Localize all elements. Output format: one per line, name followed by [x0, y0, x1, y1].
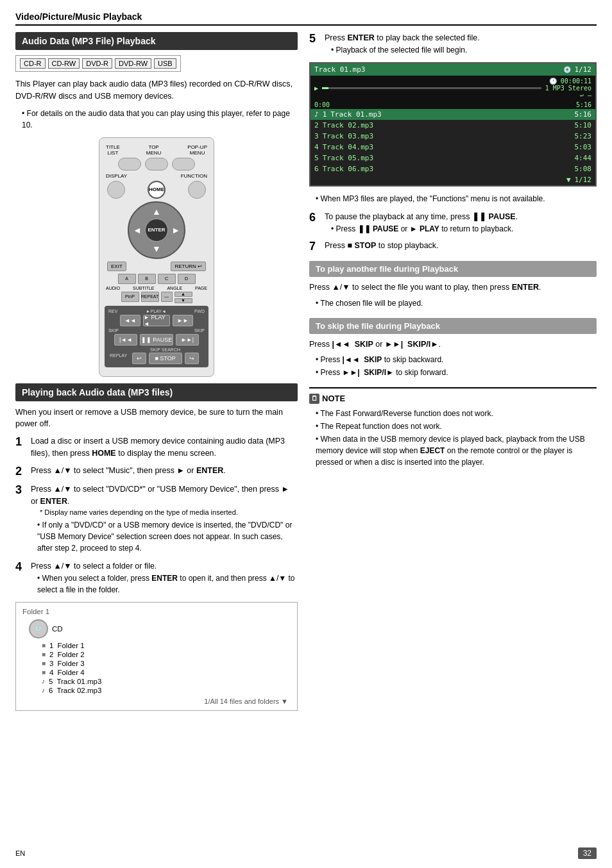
folder-item-3-name: Folder 3 [57, 660, 84, 667]
step-7: 7 Press ■ STOP to stop playback. [309, 240, 597, 254]
folder-item-1-num: 1 [49, 642, 53, 649]
note-item-3: When data in the USB memory device is pl… [316, 433, 597, 468]
remote-label-page: PAGE [195, 286, 207, 290]
screen-track-play-icon: ♪ [314, 110, 319, 119]
remote-left-btn[interactable]: ◄ [133, 225, 142, 235]
remote-right-btn[interactable]: ► [171, 225, 180, 235]
remote-return-btn[interactable]: RETURN ↩ [171, 262, 206, 271]
screen-track-name: Track 01.mp3 [314, 65, 365, 74]
folder-sub-label: CD [52, 625, 63, 633]
remote-skip-back-btn[interactable]: |◄◄ [114, 334, 137, 346]
skip-bullet-1: Press |◄◄ SKIP to skip backward. [316, 354, 597, 365]
step-3-subnote: Display name varies depending on the typ… [31, 508, 298, 517]
remote-skipsearch-btn[interactable]: ↪ [185, 353, 199, 364]
screen-header-row: Track 01.mp3 💿 1/12 [310, 63, 595, 76]
screen-time-elapsed: 0:00 [314, 101, 330, 108]
screen-clock-icon: 🕐 00:00:11 [545, 78, 591, 85]
screen-display: Track 01.mp3 💿 1/12 ▶ 🕐 00:00 [309, 62, 597, 187]
remote-enter-btn[interactable]: ENTER [145, 219, 168, 242]
remote-page-dn-btn[interactable]: ▼ [174, 298, 192, 303]
screen-play-icon: ▶ [314, 85, 318, 92]
step-7-content: Press ■ STOP to stop playback. [325, 240, 597, 252]
remote-btn-function[interactable] [188, 181, 206, 199]
step-6-bullet-1: Press ❚❚ PAUSE or ► PLAY to return to pl… [331, 223, 597, 235]
remote-fwd-btn[interactable]: ►► [173, 315, 193, 326]
remote-label-display: DISPLAY [106, 173, 127, 179]
screen-track-1-num: 1 [323, 110, 327, 119]
step-2-enter-label: ENTER [196, 466, 223, 475]
remote-top-btn-row [105, 158, 208, 171]
remote-label-skip-fwd: SKIP [194, 328, 205, 333]
folder-item-2-name: Folder 2 [57, 651, 84, 658]
badge-dvdr: DVD-R [82, 58, 112, 69]
section-title-main: Audio Data (MP3 File) Playback [15, 32, 298, 50]
remote-pinp-row: PinP REPEAT — ▲ ▼ [105, 292, 208, 303]
remote-btn-popupmenu[interactable] [172, 158, 195, 171]
playing-intro: When you insert or remove a USB memory d… [15, 406, 298, 431]
play-another-text: Press ▲/▼ to select the file you want to… [309, 281, 597, 294]
remote-skip-fwd-btn[interactable]: ►►| [176, 334, 199, 346]
right-column: 5 Press ENTER to play back the selected … [309, 32, 597, 711]
remote-down-btn[interactable]: ▼ [152, 244, 161, 254]
skip-text: Press |◄◄ SKIP or ►►| SKIP/I►. [309, 338, 597, 351]
remote-btn-display[interactable] [107, 181, 125, 199]
remote-pinp-btn[interactable]: PinP [121, 292, 139, 302]
folder-item-4: ■ 4 Folder 4 [42, 668, 291, 677]
step-7-num: 7 [309, 240, 319, 254]
note-icon: 🗒 [309, 394, 319, 404]
remote-btn-c[interactable]: C [158, 274, 176, 284]
remote-up-btn[interactable]: ▲ [152, 206, 161, 217]
badge-dvdrw: DVD-RW [115, 58, 151, 69]
remote-off-btn[interactable]: — [161, 292, 173, 302]
folder-item-4-num: 4 [49, 669, 53, 676]
screen-track-row-3: 3Track 03.mp3 5:23 [310, 131, 595, 142]
screen-track-row-2: 2Track 02.mp3 5:10 [310, 120, 595, 131]
remote-letter-row: A B C D [105, 274, 208, 284]
skip-bullet-2: Press ►►| SKIP/I► to skip forward. [316, 367, 597, 378]
step-3-bullets: If only a "DVD/CD" or a USB memory devic… [31, 519, 298, 554]
remote-skip-row: |◄◄ ❚❚ PAUSE ►►| [107, 334, 206, 346]
folder-diagram: Folder 1 💿 CD ■ 1 Folder 1 [15, 602, 298, 711]
remote-btn-home[interactable]: HOME [148, 181, 166, 199]
screen-progress-area: ▶ 🕐 00:00:11 1 MP3 Stereo ↩ – [310, 76, 595, 101]
remote-exit-btn[interactable]: EXIT [107, 262, 126, 271]
mp3-note-list: When MP3 files are played, the "Function… [309, 193, 597, 204]
remote-repeat-btn[interactable]: REPEAT [141, 292, 159, 302]
folder-title: Folder 1 [22, 608, 291, 615]
remote-play-btn[interactable]: ► PLAY ◄ [143, 315, 170, 326]
step-4-bullets: When you select a folder, press ENTER to… [31, 572, 298, 596]
intro-note: For details on the audio data that you c… [15, 108, 298, 131]
step-5-bullets: Playback of the selected file will begin… [325, 44, 597, 56]
remote-rev-btn[interactable]: ◄◄ [120, 315, 140, 326]
step-6-content: To pause the playback at any time, press… [325, 211, 597, 236]
section-title-play-another: To play another file during Playback [309, 261, 597, 277]
remote-label-topmenu: TOPMENU [146, 144, 162, 156]
remote-label-fwd: FWD [194, 309, 205, 313]
folder-items: ■ 1 Folder 1 ■ 2 Folder 2 ■ 3 Folder [29, 641, 291, 695]
badge-cdr: CD-R [20, 58, 46, 69]
remote-disp-func-row: HOME [105, 181, 208, 199]
folder-item-5-num: 5 [49, 678, 53, 685]
remote-btn-topmenu[interactable] [145, 158, 168, 171]
folder-item-5-name: Track 01.mp3 [56, 678, 101, 685]
remote-btn-a[interactable]: A [118, 274, 136, 284]
remote-btn-d[interactable]: D [178, 274, 196, 284]
remote-skip-labels: SKIP SKIP [107, 328, 206, 333]
step-2-num: 2 [15, 465, 26, 479]
screen-track-row-5: 5Track 05.mp3 4:44 [310, 153, 595, 163]
step-4-num: 4 [15, 560, 26, 574]
skip-bullets: Press |◄◄ SKIP to skip backward. Press ►… [309, 354, 597, 378]
remote-btn-titlelist[interactable] [118, 158, 141, 171]
remote-stop-btn[interactable]: ■ STOP [149, 353, 182, 364]
screen-side-info: 🕐 00:00:11 1 MP3 Stereo ↩ – [545, 78, 591, 99]
remote-page-up-btn[interactable]: ▲ [174, 292, 192, 297]
step-3: 3 Press ▲/▼ to select "DVD/CD*" or "USB … [15, 483, 298, 555]
remote-pause-btn[interactable]: ❚❚ PAUSE [140, 334, 173, 346]
remote-rev-play-fwd-row: ◄◄ ► PLAY ◄ ►► [107, 315, 206, 326]
page: Video/Picture/Music Playback Audio Data … [0, 0, 612, 868]
step-6-num: 6 [309, 211, 319, 225]
remote-btn-b[interactable]: B [138, 274, 156, 284]
screen-page-row: ▼ 1/12 [310, 174, 595, 185]
step-1-content: Load a disc or insert a USB memory devic… [31, 435, 298, 460]
remote-replay-btn[interactable]: ↩ [132, 353, 146, 364]
